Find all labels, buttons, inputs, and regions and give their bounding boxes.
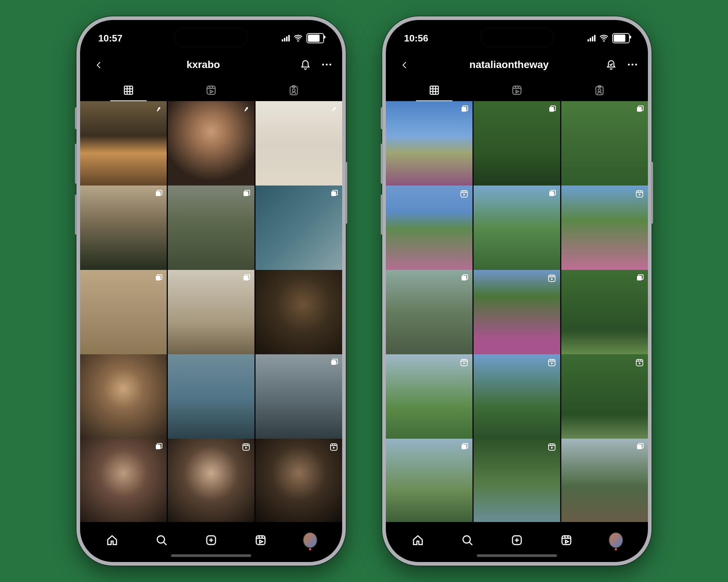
notifications-button[interactable] (300, 59, 311, 71)
home-indicator[interactable] (477, 554, 557, 557)
carousel-icon (154, 274, 163, 283)
profile-tabs (80, 80, 342, 100)
carousel-icon (329, 358, 339, 367)
status-time: 10:57 (98, 33, 123, 44)
post-thumbnail[interactable] (561, 354, 648, 441)
carousel-icon (154, 189, 163, 199)
tab-grid[interactable] (393, 80, 476, 100)
post-thumbnail[interactable] (561, 186, 648, 272)
post-thumbnail[interactable] (168, 101, 254, 188)
posts-grid (386, 101, 648, 522)
posts-grid (80, 101, 342, 522)
tab-reels[interactable] (170, 80, 253, 100)
post-thumbnail[interactable] (561, 439, 648, 522)
phone-device-frame: 10:56 nataliaontheway (382, 16, 652, 566)
post-thumbnail[interactable] (561, 101, 648, 188)
post-thumbnail[interactable] (256, 101, 342, 188)
volume-up-button (75, 144, 77, 184)
nav-search[interactable] (460, 533, 475, 547)
battery-icon (306, 33, 324, 43)
reel-icon (547, 358, 557, 367)
tab-grid[interactable] (87, 80, 170, 100)
nav-search[interactable] (154, 533, 169, 547)
home-indicator[interactable] (171, 554, 251, 557)
post-thumbnail[interactable] (256, 270, 342, 356)
volume-down-button (381, 195, 383, 235)
carousel-icon (459, 274, 469, 283)
post-thumbnail[interactable] (561, 270, 648, 356)
post-thumbnail[interactable] (80, 186, 167, 272)
post-thumbnail[interactable] (256, 354, 342, 441)
nav-create[interactable] (510, 533, 524, 547)
post-thumbnail[interactable] (80, 270, 167, 356)
nav-profile[interactable] (609, 533, 623, 547)
nav-home[interactable] (411, 533, 425, 547)
reel-icon (459, 358, 469, 367)
post-image (80, 354, 167, 441)
pinned-icon (154, 105, 163, 114)
profile-tabs (386, 80, 648, 100)
back-button[interactable] (397, 56, 413, 73)
back-button[interactable] (91, 56, 107, 73)
carousel-icon (154, 442, 163, 452)
notifications-button[interactable] (605, 59, 617, 71)
nav-profile[interactable] (303, 533, 317, 547)
nav-reels[interactable] (253, 533, 268, 547)
post-image (168, 354, 254, 441)
nav-create[interactable] (204, 533, 218, 547)
reel-icon (547, 274, 557, 283)
post-thumbnail[interactable] (256, 439, 342, 522)
post-thumbnail[interactable] (168, 354, 254, 441)
nav-home[interactable] (105, 533, 119, 547)
post-thumbnail[interactable] (386, 354, 472, 441)
post-thumbnail[interactable] (474, 439, 560, 522)
wifi-icon (293, 33, 303, 44)
carousel-icon (241, 274, 251, 283)
pinned-icon (241, 105, 251, 114)
post-thumbnail[interactable] (80, 354, 167, 441)
post-thumbnail[interactable] (386, 186, 472, 272)
tab-reels[interactable] (476, 80, 558, 100)
carousel-icon (459, 442, 469, 452)
dynamic-island (480, 28, 554, 47)
carousel-icon (329, 189, 339, 199)
profile-header: kxrabo (80, 53, 342, 80)
profile-header: nataliaontheway (386, 53, 648, 80)
more-options-button[interactable] (628, 64, 637, 65)
more-options-button[interactable] (322, 64, 331, 65)
status-time: 10:56 (404, 33, 428, 44)
profile-username[interactable]: nataliaontheway (470, 59, 549, 71)
tab-tagged[interactable] (252, 80, 335, 100)
avatar[interactable] (609, 532, 623, 548)
power-button (651, 162, 653, 224)
post-thumbnail[interactable] (168, 270, 254, 356)
carousel-icon (459, 105, 469, 114)
carousel-icon (635, 105, 644, 114)
volume-up-button (381, 144, 383, 184)
post-thumbnail[interactable] (474, 270, 560, 356)
reel-icon (635, 358, 644, 367)
carousel-icon (241, 189, 251, 199)
post-thumbnail[interactable] (256, 186, 342, 272)
post-thumbnail[interactable] (386, 101, 472, 188)
battery-icon (612, 33, 630, 43)
tab-tagged[interactable] (558, 80, 641, 100)
post-thumbnail[interactable] (80, 439, 167, 522)
reel-icon (547, 442, 557, 452)
side-button (75, 107, 77, 129)
carousel-icon (635, 442, 644, 452)
post-thumbnail[interactable] (474, 101, 560, 188)
post-thumbnail[interactable] (474, 354, 560, 441)
post-thumbnail[interactable] (168, 439, 254, 522)
profile-username[interactable]: kxrabo (187, 59, 220, 71)
post-thumbnail[interactable] (474, 186, 560, 272)
post-thumbnail[interactable] (386, 439, 472, 522)
phone-device-frame: 10:57 kxrabo (76, 16, 346, 566)
volume-down-button (75, 195, 77, 235)
post-thumbnail[interactable] (80, 101, 167, 188)
post-thumbnail[interactable] (386, 270, 472, 356)
carousel-icon (635, 274, 644, 283)
avatar[interactable] (303, 532, 317, 548)
post-thumbnail[interactable] (168, 186, 254, 272)
nav-reels[interactable] (559, 533, 574, 547)
